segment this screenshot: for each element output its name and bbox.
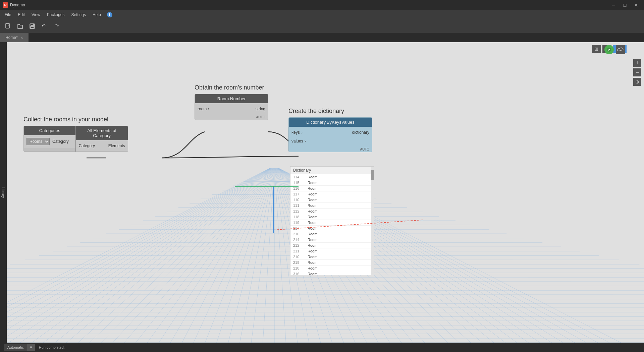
dict-key: 219	[293, 260, 305, 265]
all-elements-output-label: Elements	[108, 143, 125, 148]
roomnum-output: string	[256, 107, 265, 111]
roomnum-input: room ›	[198, 107, 209, 111]
roomnum-body: room › string	[195, 103, 268, 115]
dict-key: 110	[293, 198, 305, 202]
menubar: File Edit View Packages Settings Help i	[0, 10, 644, 19]
dict-row: 212Room	[290, 243, 374, 248]
all-elements-node: All Elements of Category Category Elemen…	[76, 126, 127, 152]
dict-value: Room	[308, 266, 317, 270]
dict-row: 218Room	[290, 266, 374, 271]
node-createdict[interactable]: Create the dictionary Dictionary.ByKeysV…	[288, 108, 372, 152]
node-collect[interactable]: Collect the rooms in your model Categori…	[23, 116, 128, 152]
node-roomnum[interactable]: Obtain the room's number Room.Number roo…	[195, 84, 268, 120]
collect-label: Collect the rooms in your model	[23, 116, 128, 123]
svg-rect-2	[31, 24, 34, 25]
dict-row: 217Room	[290, 226, 374, 231]
categories-node: Categories Rooms Category	[24, 126, 76, 152]
dict-key: 111	[293, 203, 305, 208]
all-elements-output: Elements	[108, 143, 125, 148]
rooms-dropdown[interactable]: Rooms	[26, 138, 50, 145]
dict-scrollbar[interactable]	[371, 167, 374, 275]
menu-file[interactable]: File	[1, 11, 14, 18]
svg-rect-3	[31, 26, 34, 28]
dict-row: 117Room	[290, 191, 374, 197]
redo-button[interactable]	[51, 21, 62, 32]
sidebar[interactable]: Library	[0, 42, 7, 343]
app-icon: R	[3, 2, 8, 8]
keys-arrow: ›	[301, 130, 303, 135]
dict-key: 218	[293, 266, 305, 270]
maximize-button[interactable]: □	[620, 0, 630, 10]
dictionary-output: dictionary	[352, 130, 369, 135]
tab-home-label: Home*	[5, 35, 18, 40]
dict-key: 112	[293, 209, 305, 213]
dict-value: Room	[308, 243, 317, 247]
dict-value: Room	[308, 238, 317, 242]
canvas[interactable]: Collect the rooms in your model Categori…	[7, 42, 644, 343]
menu-packages[interactable]: Packages	[44, 11, 68, 18]
main-area: Library Collect the rooms in your model …	[0, 42, 644, 343]
cloud-button[interactable]	[616, 45, 625, 54]
menu-help[interactable]: Help	[89, 11, 104, 18]
titlebar-left: R Dynamo	[3, 2, 25, 8]
run-mode: Automatic ▼	[4, 344, 35, 351]
dict-row: 119Room	[290, 220, 374, 226]
dict-key: 114	[293, 175, 305, 179]
dict-output-list[interactable]: 114Room115Room116Room117Room110Room111Ro…	[290, 174, 374, 275]
dict-row: 118Room	[290, 214, 374, 220]
open-button[interactable]	[15, 21, 25, 32]
dict-key: 212	[293, 243, 305, 247]
new-button[interactable]	[3, 21, 13, 32]
sidebar-label: Library	[1, 187, 5, 198]
dict-value: Room	[308, 198, 317, 202]
zoom-out-button[interactable]: −	[633, 68, 641, 76]
canvas-ctrl-1[interactable]: ⊞	[592, 45, 601, 53]
zoom-controls: + − ⊕	[633, 59, 641, 86]
titlebar: R Dynamo ─ □ ✕	[0, 0, 644, 10]
dict-output-panel: Dictionary 114Room115Room116Room117Room1…	[290, 166, 374, 275]
close-button[interactable]: ✕	[631, 0, 641, 10]
svg-rect-0	[6, 23, 9, 28]
categories-header: Categories	[24, 126, 75, 135]
all-elements-input-label: Category	[78, 143, 95, 148]
help-icon[interactable]: i	[107, 12, 112, 17]
dict-value: Room	[308, 226, 317, 230]
menu-settings[interactable]: Settings	[68, 11, 89, 18]
all-elements-body: Category Elements	[76, 140, 127, 152]
dict-value: Room	[308, 186, 317, 190]
dict-value: Room	[308, 232, 317, 236]
dict-row: 211Room	[290, 248, 374, 254]
values-label: values	[291, 139, 303, 143]
dict-key: 118	[293, 215, 305, 219]
save-button[interactable]	[27, 21, 38, 32]
toolbar	[0, 19, 644, 33]
dict-row: 116Room	[290, 186, 374, 191]
tab-home[interactable]: Home* ✕	[0, 33, 29, 42]
keys-input: keys ›	[291, 130, 303, 135]
undo-button[interactable]	[39, 21, 50, 32]
dict-value: Room	[308, 221, 317, 225]
zoom-in-button[interactable]: +	[633, 59, 641, 67]
dict-row: 115Room	[290, 180, 374, 186]
dict-scroll-thumb[interactable]	[371, 170, 374, 180]
menu-view[interactable]: View	[28, 11, 44, 18]
run-mode-dropdown[interactable]: ▼	[27, 344, 35, 351]
minimize-button[interactable]: ─	[608, 0, 619, 10]
menu-edit[interactable]: Edit	[14, 11, 28, 18]
zoom-fit-button[interactable]: ⊕	[633, 78, 641, 86]
run-indicator[interactable]	[604, 45, 614, 54]
dict-value: Room	[308, 249, 317, 253]
dict-value: Room	[308, 181, 317, 185]
dict-key: 316	[293, 272, 305, 275]
roomnum-box: Room.Number room › string AUTO	[195, 94, 268, 120]
createdict-body: keys › dictionary values ›	[289, 127, 372, 147]
dict-value: Room	[308, 209, 317, 213]
tabbar: Home* ✕	[0, 33, 644, 42]
dict-key: 216	[293, 232, 305, 236]
dict-row: 219Room	[290, 260, 374, 266]
tab-close-icon[interactable]: ✕	[20, 36, 23, 40]
dict-row: 214Room	[290, 237, 374, 243]
dict-row: 110Room	[290, 197, 374, 203]
dict-row: 111Room	[290, 203, 374, 209]
dict-value: Room	[308, 192, 317, 196]
